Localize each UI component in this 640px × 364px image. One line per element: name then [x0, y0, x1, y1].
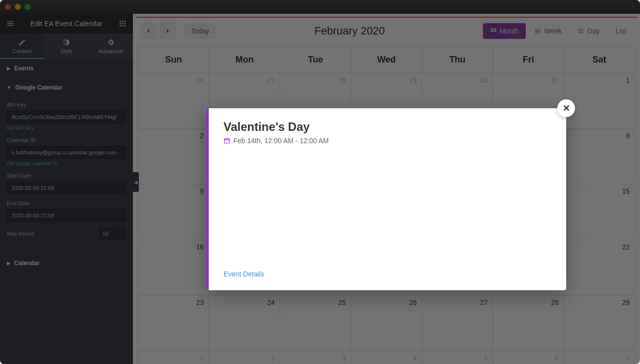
- event-details-link[interactable]: Event Details: [224, 270, 264, 278]
- close-icon: ✕: [563, 103, 570, 114]
- modal-date-text: Feb 14th, 12:00 AM - 12:00 AM: [233, 137, 329, 145]
- modal-title: Valentine's Day: [224, 120, 551, 134]
- svg-rect-25: [224, 139, 230, 143]
- modal-close-button[interactable]: ✕: [557, 99, 575, 117]
- modal-date-row: Feb 14th, 12:00 AM - 12:00 AM: [224, 137, 551, 145]
- event-modal: ✕ Valentine's Day Feb 14th, 12:00 AM - 1…: [207, 108, 566, 290]
- calendar-icon: [224, 137, 230, 144]
